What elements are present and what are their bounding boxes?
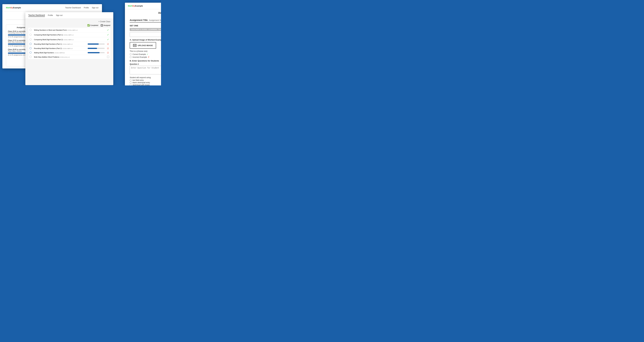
mini-bar-bg-5	[88, 48, 105, 49]
respond-radio-1[interactable]	[130, 79, 132, 81]
respond-label-3: sketchpad with image	[132, 84, 150, 85]
legend-completed-label: Completed	[90, 24, 98, 26]
question-textarea-1[interactable]	[130, 66, 161, 74]
mini-bar-bg-6	[88, 52, 105, 53]
progress-bar-fill-2	[8, 43, 25, 45]
table-row: Writing Numbers in Word and Standard For…	[28, 28, 110, 32]
create-class-button[interactable]: + Create Class	[98, 20, 110, 23]
incorrect-example-radio[interactable]	[130, 56, 132, 58]
progress-bar-fill-1	[8, 34, 28, 35]
ccss-tag-7: CCSS.4.OA.A.3	[60, 56, 70, 58]
learning-target-section-label: TEACHER'S GUIDE: LEARNING TARGET	[130, 28, 161, 31]
aa-assignment-title: Assignment Title	[130, 19, 148, 21]
completed-check-2: ✓	[107, 33, 109, 36]
row-circle-1	[30, 29, 32, 31]
middle-window: Teacher Dashboard Profile Sign out + Cre…	[25, 12, 113, 85]
row-circle-3	[30, 38, 32, 40]
correct-example-label: Correct Example	[132, 53, 146, 55]
assigned-icon-6: ☑	[107, 51, 109, 54]
set-header: SET ONE — REMOVE SET	[130, 24, 161, 27]
logo-red: By	[132, 5, 135, 7]
assigned-icon: 🔲	[100, 24, 103, 26]
aa-logo: MathByExample	[128, 5, 143, 7]
assignment-name-7: Multi-Step Addition Word Problems	[34, 56, 59, 58]
create-class-row: + Create Class	[28, 20, 110, 23]
legend-assigned-label: Assigned	[104, 24, 110, 26]
ccss-tag-4: CCSS.4.NBT.A.3	[62, 43, 72, 45]
table-row: Adding Multi-Digit NumbersCCSS.5.NBT.B.4…	[28, 51, 110, 55]
correct-example-row: Correct Example ✓	[130, 53, 161, 55]
svg-point-1	[134, 45, 135, 46]
middle-nav: Teacher Dashboard Profile Sign out	[25, 12, 113, 19]
middle-content: + Create Class ✅ Completed 🔲 Assigned Wr…	[25, 19, 113, 85]
add-assignment-window: MathByExample ✕ Add Assignment Details U…	[125, 3, 161, 85]
nav-profile[interactable]: Profile	[84, 7, 89, 9]
assignment-name-4: Rounding Multi-Digit Numbers (Part 1)	[34, 43, 62, 45]
row-circle-5	[30, 47, 32, 49]
aa-assignment-subtitle: Assignment Subtitle	[149, 19, 161, 21]
mini-bar-fill-6	[88, 52, 100, 53]
enter-questions-title: B. Enter Questions for Students	[130, 60, 161, 62]
row-circle-4	[30, 43, 32, 45]
table-row: Rounding Multi-Digit Numbers (Part 1)CCS…	[28, 42, 110, 46]
table-row: Multi-Step Addition Word ProblemsCCSS.4.…	[28, 55, 110, 59]
legend-assigned: 🔲 Assigned	[100, 24, 110, 26]
assignment-name-5: Rounding Multi-Digit Numbers (Part 2)	[34, 47, 62, 49]
respond-option-1: text field entry	[130, 79, 161, 81]
svg-rect-0	[134, 45, 136, 46]
learning-target-input[interactable]	[130, 32, 161, 37]
question-header-1: Question 1 — REMOVE QUESTION	[130, 63, 161, 65]
row-circle-6	[30, 51, 32, 54]
respond-radio-3[interactable]	[130, 84, 132, 86]
upload-image-button-a[interactable]: UPLOAD IMAGE	[130, 42, 156, 49]
respond-option-3: sketchpad with image	[130, 84, 161, 85]
row-circle-7	[30, 56, 32, 58]
empty-checkbox-7	[107, 56, 109, 58]
aa-title-row: Assignment Title Assignment Subtitle	[130, 19, 161, 22]
mid-nav-sign-out[interactable]: Sign out	[56, 14, 62, 17]
incorrect-mark-icon: ✗	[148, 56, 150, 58]
assignment-name-6: Adding Multi-Digit Numbers	[34, 52, 54, 54]
ccss-tag-6: CCSS.5.NBT.B.4	[54, 52, 65, 54]
ccss-tag-1: CCSS.4.NBT.A.2	[68, 29, 78, 31]
ccss-tag-3: CCSS.4.NBT.A.2	[63, 39, 74, 40]
nav-sign-out[interactable]: Sign out	[92, 7, 98, 9]
assignment-table: Writing Numbers in Word and Standard For…	[28, 28, 110, 59]
dashboard-logo: MathByExample	[6, 6, 21, 9]
respond-radio-2[interactable]	[130, 82, 132, 84]
nav-teacher-dashboard[interactable]: Teacher Dashboard	[65, 7, 81, 9]
mid-nav-profile[interactable]: Profile	[48, 14, 53, 17]
incorrect-example-row: Incorrect Example ✗	[130, 56, 161, 58]
question-block-1: Question 1 — REMOVE QUESTION	[130, 63, 161, 75]
row-circle-2	[30, 34, 32, 36]
respond-label-2: blank sketchpad entry	[132, 82, 150, 84]
question-label-1: Question 1	[130, 63, 139, 65]
mini-bar-bg-4	[88, 43, 105, 45]
logo-text: MathByExample	[6, 6, 21, 9]
legend-completed: ✅ Completed	[87, 24, 98, 26]
dashboard-nav-links: Teacher Dashboard Profile Sign out	[65, 7, 98, 9]
mid-nav-teacher-dashboard[interactable]: Teacher Dashboard	[28, 14, 45, 17]
logo-green: Math	[128, 5, 132, 7]
respond-option-2: blank sketchpad entry	[130, 82, 161, 84]
correct-example-radio[interactable]	[130, 53, 132, 55]
respond-label-1: text field entry	[132, 79, 144, 81]
aa-main-title: Add Assignment Details	[130, 12, 161, 14]
assigned-icon-5: ☑	[107, 47, 109, 50]
ccss-tag-5: CCSS.4.NBT.A.3	[62, 48, 72, 49]
correct-mark-icon: ✓	[147, 53, 148, 55]
set-label: SET ONE	[130, 24, 138, 27]
assignment-name-1: Writing Numbers in Word and Standard For…	[34, 29, 67, 31]
incorrect-example-label: Incorrect Example	[132, 56, 147, 58]
upload-image-label-a: UPLOAD IMAGE	[138, 44, 153, 47]
aa-header: MathByExample ✕	[125, 3, 161, 9]
table-row: Comparing Multi-Digit Numbers (Part 1)CC…	[28, 32, 110, 37]
completed-check-1: ✓	[107, 29, 109, 31]
assignment-name-2: Comparing Multi-Digit Numbers (Part 1)	[34, 34, 63, 36]
ccss-tag-2: CCSS.4.NBT.A.2	[63, 34, 74, 36]
dashboard-nav: MathByExample Teacher Dashboard Profile …	[2, 4, 102, 11]
respond-label: Student will respond using:	[130, 76, 161, 79]
respond-options: text field entry blank sketchpad entry s…	[130, 79, 161, 85]
upload-icon-a	[133, 44, 136, 47]
mini-bar-fill-4	[88, 43, 99, 45]
